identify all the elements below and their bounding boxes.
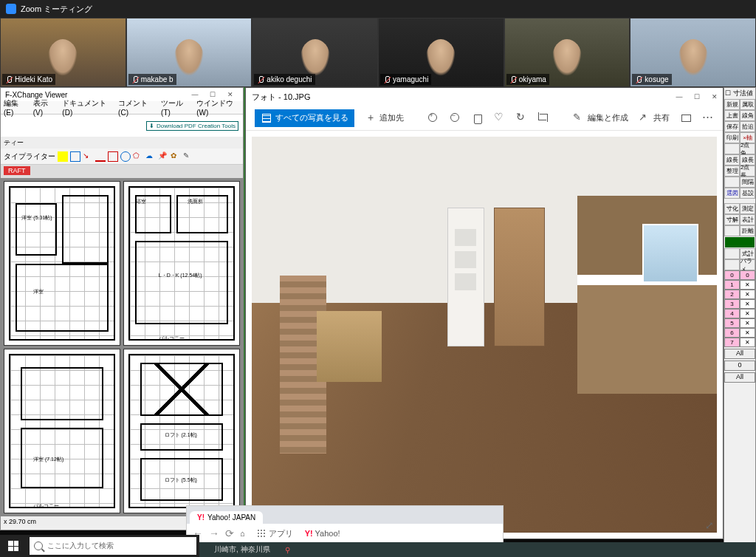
browser-tab[interactable]: Y! Yahoo! JAPAN: [190, 511, 263, 524]
pencil-icon[interactable]: ✎: [183, 151, 193, 162]
layer-cell[interactable]: ✕: [740, 280, 755, 290]
add-to-button[interactable]: 追加先: [365, 112, 404, 124]
layer-cell[interactable]: ✕: [740, 328, 755, 338]
apps-icon[interactable]: [257, 529, 266, 538]
video-tile[interactable]: kosuge: [630, 18, 756, 87]
map-pin-icon[interactable]: ⚲: [285, 546, 290, 554]
circle-icon[interactable]: [120, 151, 131, 162]
home-icon[interactable]: ⌂: [240, 529, 245, 538]
apps-label[interactable]: アプリ: [269, 528, 293, 539]
cad-btn[interactable]: [724, 248, 740, 259]
polygon-icon[interactable]: ⬠: [133, 151, 143, 162]
highlight-icon[interactable]: [58, 151, 68, 162]
all-photos-button[interactable]: すべての写真を見る: [255, 109, 354, 127]
cad-btn[interactable]: 間隔: [740, 177, 755, 188]
video-tile[interactable]: yamaguchi: [378, 18, 504, 87]
zoom-in-icon[interactable]: [427, 112, 439, 124]
cad-all-button[interactable]: All: [724, 372, 755, 383]
cad-btn[interactable]: 距離: [740, 225, 755, 236]
arrow-icon[interactable]: ↘: [83, 151, 93, 162]
cad-btn[interactable]: 拾追: [740, 121, 755, 132]
start-button[interactable]: [0, 535, 27, 557]
share-button[interactable]: 共有: [639, 112, 670, 124]
maximize-button[interactable]: ☐: [689, 92, 705, 102]
reload-icon[interactable]: ⟳: [225, 527, 234, 539]
layer-cell[interactable]: ✕: [740, 309, 755, 318]
video-tile[interactable]: Hideki Kato: [0, 18, 126, 87]
cad-btn[interactable]: 属取: [740, 99, 755, 110]
more-icon[interactable]: [702, 112, 714, 124]
menu-tools[interactable]: ツール(T): [161, 98, 189, 117]
layer-cell[interactable]: ✕: [740, 338, 755, 347]
cad-btn[interactable]: 上書: [724, 110, 740, 121]
layer-cell[interactable]: 7: [724, 338, 740, 347]
photo-viewport[interactable]: ⤢: [246, 131, 723, 539]
line-icon[interactable]: [95, 151, 106, 162]
layer-cell[interactable]: ✕: [740, 318, 755, 328]
stamp-icon[interactable]: ✿: [171, 151, 181, 162]
layer-cell[interactable]: 5: [724, 318, 740, 328]
cad-btn[interactable]: 寸解: [724, 214, 740, 225]
text-tool-icon[interactable]: [70, 151, 80, 162]
cad-btn[interactable]: 整理: [724, 165, 740, 177]
cad-btn[interactable]: パラメ: [740, 259, 755, 270]
video-tile[interactable]: okiyama: [504, 18, 630, 87]
cad-btn[interactable]: 2点長: [740, 165, 755, 177]
pin-icon[interactable]: 📌: [158, 151, 168, 162]
forward-icon[interactable]: →: [209, 527, 219, 539]
zoom-out-icon[interactable]: [450, 112, 461, 124]
menu-window[interactable]: ウインドウ(W): [196, 98, 240, 117]
edit-create-button[interactable]: 編集と作成: [573, 112, 628, 124]
cad-btn[interactable]: [724, 143, 740, 154]
cad-btn[interactable]: 新規: [724, 99, 740, 110]
taskbar-search[interactable]: ここに入力して検索: [30, 537, 196, 555]
layer-cell[interactable]: ✕: [740, 290, 755, 299]
cad-btn[interactable]: 選図: [724, 188, 740, 199]
rect-icon[interactable]: [108, 151, 118, 162]
cad-btn[interactable]: 基設: [740, 188, 755, 199]
layer-cell[interactable]: ✕: [740, 299, 755, 309]
cad-btn[interactable]: [724, 225, 740, 236]
pdf-tab[interactable]: RAFT: [4, 166, 30, 175]
cad-btn[interactable]: 線角: [740, 110, 755, 121]
layer-cell[interactable]: 0: [740, 270, 755, 280]
crop-icon[interactable]: [538, 112, 550, 124]
menu-comment[interactable]: コメント(C): [118, 98, 154, 117]
bookmark-yahoo[interactable]: Yahoo!: [315, 529, 340, 538]
menu-view[interactable]: 表示(V): [33, 98, 55, 117]
close-button[interactable]: ✕: [707, 92, 723, 102]
layer-cell[interactable]: 0: [724, 270, 740, 280]
trash-icon[interactable]: [472, 112, 484, 124]
cad-size-lock[interactable]: ☐ 寸法値: [724, 88, 755, 99]
video-tile[interactable]: akiko deguchi: [252, 18, 378, 87]
rotate-icon[interactable]: [516, 112, 528, 124]
layer-cell[interactable]: 2: [724, 290, 740, 299]
layer-cell[interactable]: 6: [724, 328, 740, 338]
typewriter-tool[interactable]: タイプライター: [4, 151, 55, 162]
cad-btn[interactable]: 2点角: [740, 143, 755, 154]
map-location[interactable]: 川崎市, 神奈川県: [214, 544, 270, 555]
favorite-icon[interactable]: [494, 112, 506, 124]
cloud-icon[interactable]: ☁: [145, 151, 156, 162]
fullscreen-icon[interactable]: ⤢: [705, 519, 714, 531]
cad-all-button[interactable]: All: [724, 349, 755, 359]
video-tile[interactable]: makabe b: [126, 18, 252, 87]
cad-btn[interactable]: 測定: [740, 203, 755, 214]
cad-btn[interactable]: 線長: [724, 154, 740, 165]
cad-color-swatch[interactable]: [725, 237, 755, 247]
pdf-creation-badge[interactable]: ⬇ Download PDF Creation Tools: [146, 121, 238, 131]
layer-cell[interactable]: 1: [724, 280, 740, 290]
cad-btn[interactable]: 寸化: [724, 203, 740, 214]
layer-cell[interactable]: 4: [724, 309, 740, 318]
cad-btn[interactable]: 表計: [740, 214, 755, 225]
print-icon[interactable]: [680, 112, 692, 124]
layer-cell[interactable]: 3: [724, 299, 740, 309]
menu-document[interactable]: ドキュメント(D): [62, 98, 111, 117]
cad-btn[interactable]: 印刷: [724, 132, 740, 143]
cad-btn[interactable]: [724, 177, 740, 188]
cad-all-button[interactable]: 0: [724, 360, 755, 371]
cad-btn[interactable]: [724, 259, 740, 270]
menu-edit[interactable]: 編集(E): [4, 98, 26, 117]
cad-btn[interactable]: 保存: [724, 121, 740, 132]
pdf-canvas[interactable]: 洋室 (5.31帖) 洋室 浴室 洗面所 L・D・K (12.54帖) バルコニ…: [1, 178, 243, 516]
